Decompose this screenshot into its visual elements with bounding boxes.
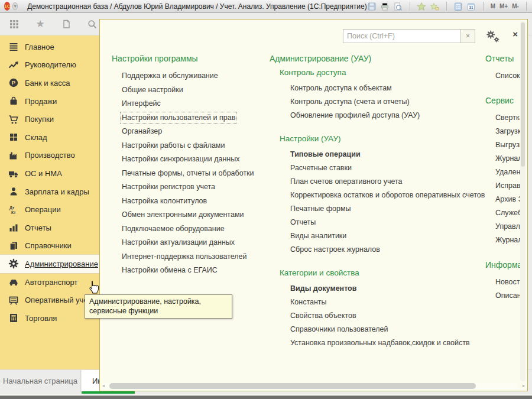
apps-grid-icon[interactable] <box>8 18 20 30</box>
panel-column-administration: Администрирование (УАУ) Контроль доступа… <box>270 54 484 352</box>
menu-item[interactable]: Журнал <box>485 154 521 168</box>
menu-item[interactable]: Свойства объектов <box>270 312 484 325</box>
menu-item[interactable]: Выгрузит <box>485 141 521 154</box>
menu-item[interactable]: Список о <box>485 72 521 85</box>
menu-item[interactable]: Загрузка <box>485 127 521 141</box>
menu-item[interactable]: Настройки актуализации данных <box>112 238 267 252</box>
menu-item[interactable]: Журнал <box>485 236 521 249</box>
menu-item[interactable]: Отчеты <box>270 218 484 232</box>
menu-item[interactable]: Служебн <box>485 209 521 222</box>
menu-item[interactable]: Установка произвольных надбавок,скидок и… <box>270 339 484 352</box>
menu-item[interactable]: Подключаемое оборудование <box>112 225 267 239</box>
menu-item[interactable]: Корректировка остатков и оборотов операт… <box>270 191 484 205</box>
scroll-left-arrow-icon[interactable]: ◂ <box>102 383 105 389</box>
menu-item[interactable]: Константы <box>270 298 484 312</box>
sidebar-item-os-nma[interactable]: ОС и НМА <box>0 164 99 183</box>
menu-item[interactable]: Настройки обмена с ЕГАИС <box>112 266 267 280</box>
sidebar-item-otchety[interactable]: Отчеты <box>0 219 99 237</box>
section-header: Сервис <box>485 96 521 105</box>
memory-recall-button[interactable]: M <box>490 3 496 9</box>
search-clear-icon[interactable]: × <box>461 29 475 43</box>
menu-item[interactable]: Исправле <box>485 181 521 195</box>
menu-item[interactable]: Сброс настроек журналов <box>270 245 484 259</box>
menu-item[interactable]: Контроль доступа (счета и отчеты) <box>270 98 484 111</box>
menu-item[interactable]: Органайзер <box>112 127 267 141</box>
favorites-star-icon[interactable] <box>417 2 427 11</box>
sidebar-item-rukovoditelyu[interactable]: Руководителю <box>0 56 99 74</box>
menu-item[interactable]: Расчетные ставки <box>270 164 484 177</box>
menu-item[interactable]: Описание <box>485 291 521 305</box>
memory-subtract-button[interactable]: M- <box>511 3 520 9</box>
subsection-header: Категории и свойства <box>280 268 484 277</box>
sidebar-item-zarplata-kadry[interactable]: Зарплата и кадры <box>0 183 99 201</box>
save-icon[interactable] <box>367 2 377 11</box>
horizontal-scrollbar-thumb[interactable] <box>109 383 476 389</box>
print-icon[interactable] <box>380 2 390 11</box>
sidebar-item-spravochniki[interactable]: Справочники <box>0 237 99 255</box>
menu-item[interactable]: Обновление профилей доступа (УАУ) <box>270 111 484 125</box>
1c-logo-icon: 1С <box>4 2 10 11</box>
menu-item[interactable]: Архив ЭД <box>485 195 521 209</box>
panel-close-icon[interactable]: × <box>512 30 518 38</box>
debit-credit-icon: ДтКт <box>8 205 19 215</box>
books-icon <box>8 241 19 251</box>
menu-icon <box>8 41 19 52</box>
cart-icon <box>8 114 19 125</box>
panel-column-settings: Настройки программы Поддержка и обслужив… <box>112 54 267 280</box>
main-menu-dropdown-icon[interactable]: ▼ <box>12 2 18 10</box>
scroll-right-arrow-icon[interactable]: ▸ <box>523 383 525 389</box>
titlebar: 1С ▼ Демонстрационная база / Абдулов Юри… <box>0 0 532 13</box>
menu-item[interactable]: Контроль доступа к объектам <box>270 84 484 98</box>
menu-item[interactable]: Интернет-поддержка пользователей <box>112 252 267 267</box>
memory-add-button[interactable]: M+ <box>499 3 508 9</box>
panel-settings-gears-icon[interactable] <box>486 30 501 43</box>
sidebar-item-bank-kassa[interactable]: PБанк и касса <box>0 74 99 92</box>
functions-panel: × × Настройки программы Поддержка и обсл… <box>99 19 528 391</box>
calendar-icon[interactable]: 31 <box>466 2 476 11</box>
menu-item[interactable]: Интерфейс <box>112 99 267 113</box>
menu-item[interactable]: План счетов оперативного учета <box>270 177 484 191</box>
search-icon[interactable] <box>86 18 98 30</box>
sidebar-item-prodazhi[interactable]: Продажи <box>0 92 99 111</box>
menu-item[interactable]: Справочники пользователей <box>270 325 484 339</box>
menu-item[interactable]: Настройка колонтитулов <box>112 197 267 211</box>
menu-item[interactable]: Печатные формы <box>270 205 484 218</box>
star-icon[interactable]: ★ <box>34 18 46 30</box>
menu-item[interactable]: Настройки синхронизации данных <box>112 155 267 169</box>
menu-item[interactable]: Виды аналитики <box>270 232 484 245</box>
sidebar-item-operacii[interactable]: ДтКтОперации <box>0 200 99 219</box>
board-icon <box>8 295 19 306</box>
vertical-scrollbar[interactable] <box>520 21 525 381</box>
vertical-scrollbar-thumb[interactable] <box>521 22 525 167</box>
history-icon[interactable] <box>60 18 72 30</box>
grid-squares-icon <box>8 132 19 142</box>
menu-item[interactable]: Общие настройки <box>112 86 267 100</box>
menu-item[interactable]: Настройки работы с файлами <box>112 141 267 155</box>
menu-item[interactable]: Удаление <box>485 168 521 181</box>
menu-item[interactable]: Печатные формы, отчеты и обработки <box>112 169 267 183</box>
menu-item[interactable]: Свертка <box>485 113 521 127</box>
menu-item[interactable]: Обмен электронными документами <box>112 210 267 225</box>
menu-item[interactable]: Виды документов <box>270 284 484 298</box>
menu-item[interactable]: Новости <box>485 278 521 291</box>
tab-home-page[interactable]: Начальная страница <box>0 370 81 392</box>
sidebar-item-glavnoe[interactable]: Главное <box>0 38 99 56</box>
search-input[interactable] <box>343 29 461 43</box>
menu-item[interactable]: Поддержка и обслуживание <box>112 72 267 86</box>
menu-item[interactable]: Типовые операции <box>270 150 484 164</box>
sidebar-item-pokupki[interactable]: Покупки <box>0 110 99 128</box>
add-favorite-icon[interactable] <box>430 2 440 11</box>
menu-item[interactable]: Настройки пользователей и прав <box>112 113 267 128</box>
trend-icon <box>8 60 19 70</box>
horizontal-scrollbar[interactable]: ◂ ▸ <box>103 383 518 389</box>
print-preview-icon[interactable] <box>393 2 403 11</box>
sidebar-item-administrirovanie[interactable]: Администрирование <box>0 255 99 273</box>
window-title: Демонстрационная база / Абдулов Юрий Вла… <box>27 2 367 11</box>
menu-list: Список о <box>485 72 521 85</box>
sidebar-item-proizvodstvo[interactable]: Производство <box>0 147 99 165</box>
calculator-icon[interactable] <box>453 2 463 11</box>
menu-item[interactable]: Настройки регистров учета <box>112 183 267 197</box>
menu-item[interactable]: Управлен <box>485 222 521 236</box>
sidebar-item-avtotransport[interactable]: Автотранспорт <box>0 273 99 291</box>
sidebar-item-sklad[interactable]: Склад <box>0 128 99 147</box>
